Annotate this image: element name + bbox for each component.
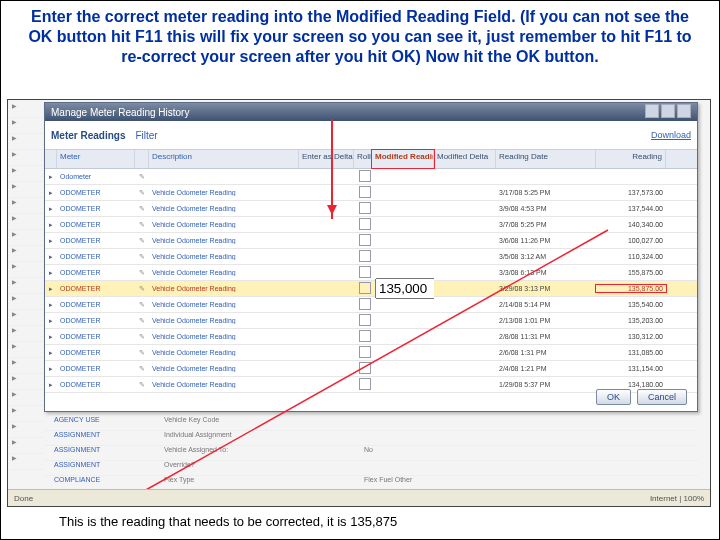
table-row[interactable]: ▸ODOMETER✎Vehicle Odometer Reading2/6/08…: [45, 345, 697, 361]
edit-icon[interactable]: ✎: [135, 205, 149, 213]
table-row[interactable]: ▸Odometer✎: [45, 169, 697, 185]
table-row[interactable]: ▸ODOMETER✎Vehicle Odometer Reading2/4/08…: [45, 361, 697, 377]
table-row[interactable]: ▸ODOMETER✎Vehicle Odometer Reading3/3/08…: [45, 265, 697, 281]
edit-icon[interactable]: ✎: [135, 221, 149, 229]
expand-icon[interactable]: ▸: [45, 237, 57, 245]
edit-icon[interactable]: ✎: [135, 189, 149, 197]
rollover-checkbox[interactable]: [359, 202, 371, 214]
cell-description: Vehicle Odometer Reading: [149, 253, 299, 260]
filter-label[interactable]: Filter: [135, 130, 157, 141]
table-row[interactable]: ▸ODOMETER✎Vehicle Odometer Reading3/5/08…: [45, 249, 697, 265]
expand-icon[interactable]: ▸: [45, 269, 57, 277]
cell-reading: 135,203.00: [596, 317, 666, 324]
instruction-heading: Enter the correct meter reading into the…: [1, 1, 719, 73]
modified-reading-input[interactable]: [375, 278, 434, 299]
cell-description: Vehicle Odometer Reading: [149, 333, 299, 340]
bg-row: AGENCY USEVehicle Key Code: [44, 416, 698, 431]
cell-reading-date: 1/29/08 5:37 PM: [496, 381, 596, 388]
expand-icon[interactable]: ▸: [45, 221, 57, 229]
rollover-checkbox[interactable]: [359, 378, 371, 390]
cell-description: Vehicle Odometer Reading: [149, 349, 299, 356]
col-enter-delta[interactable]: Enter as Delta?: [299, 150, 354, 168]
cell-meter: ODOMETER: [57, 253, 135, 260]
table-row[interactable]: ▸ODOMETER✎Vehicle Odometer Reading2/8/08…: [45, 329, 697, 345]
expand-icon[interactable]: ▸: [45, 349, 57, 357]
col-modified-delta[interactable]: Modified Delta: [434, 150, 496, 168]
rollover-checkbox[interactable]: [359, 218, 371, 230]
bg-row: ASSIGNMENTOverride?: [44, 461, 698, 476]
edit-icon[interactable]: ✎: [135, 381, 149, 389]
rollover-checkbox[interactable]: [359, 186, 371, 198]
edit-icon[interactable]: ✎: [135, 285, 149, 293]
ok-button[interactable]: OK: [596, 389, 631, 405]
edit-icon[interactable]: ✎: [135, 365, 149, 373]
cell-description: Vehicle Odometer Reading: [149, 205, 299, 212]
edit-icon[interactable]: ✎: [135, 237, 149, 245]
table-row[interactable]: ▸ODOMETER✎Vehicle Odometer Reading3/9/08…: [45, 201, 697, 217]
cell-reading-date: 2/4/08 1:21 PM: [496, 365, 596, 372]
cell-modified-reading[interactable]: [372, 278, 434, 299]
screenshot-frame: ▶▶▶▶▶▶▶▶▶▶▶▶▶▶▶▶▶▶▶▶▶▶▶ Manage Meter Rea…: [7, 99, 711, 507]
expand-icon[interactable]: ▸: [45, 285, 57, 293]
col-reading-date[interactable]: Reading Date: [496, 150, 596, 168]
download-link[interactable]: Download: [651, 130, 691, 140]
col-meter[interactable]: Meter: [57, 150, 135, 168]
rollover-checkbox[interactable]: [359, 346, 371, 358]
expand-icon[interactable]: ▸: [45, 189, 57, 197]
expand-icon[interactable]: ▸: [45, 253, 57, 261]
cell-reading: 134,180.00: [596, 381, 666, 388]
cell-meter: ODOMETER: [57, 285, 135, 292]
edit-icon[interactable]: ✎: [135, 269, 149, 277]
edit-icon[interactable]: ✎: [135, 333, 149, 341]
annotation-arrow: [331, 119, 333, 219]
expand-icon[interactable]: ▸: [45, 381, 57, 389]
rollover-checkbox[interactable]: [359, 298, 371, 310]
window-buttons[interactable]: [643, 104, 691, 120]
table-row[interactable]: ▸ODOMETER✎Vehicle Odometer Reading3/17/0…: [45, 185, 697, 201]
cell-reading: 140,340.00: [596, 221, 666, 228]
cancel-button[interactable]: Cancel: [637, 389, 687, 405]
cell-reading-date: 3/17/08 5:25 PM: [496, 189, 596, 196]
callout-caption: This is the reading that needs to be cor…: [55, 512, 401, 531]
table-row[interactable]: ▸ODOMETER✎Vehicle Odometer Reading3/6/08…: [45, 233, 697, 249]
table-row[interactable]: ▸ODOMETER✎Vehicle Odometer Reading2/14/0…: [45, 297, 697, 313]
rollover-checkbox[interactable]: [359, 314, 371, 326]
rollover-checkbox[interactable]: [359, 266, 371, 278]
cell-reading-date: 3/5/08 3:12 AM: [496, 253, 596, 260]
rollover-checkbox[interactable]: [359, 250, 371, 262]
cell-meter: Odometer: [57, 173, 135, 180]
expand-icon[interactable]: ▸: [45, 205, 57, 213]
table-row[interactable]: ▸ODOMETER✎Vehicle Odometer Reading3/29/0…: [45, 281, 697, 297]
table-row[interactable]: ▸ODOMETER✎Vehicle Odometer Reading3/7/08…: [45, 217, 697, 233]
col-description[interactable]: Description: [149, 150, 299, 168]
cell-reading: 137,573.00: [596, 189, 666, 196]
cell-description: Vehicle Odometer Reading: [149, 381, 299, 388]
cell-meter: ODOMETER: [57, 333, 135, 340]
cell-description: Vehicle Odometer Reading: [149, 365, 299, 372]
edit-icon[interactable]: ✎: [135, 349, 149, 357]
expand-icon[interactable]: ▸: [45, 317, 57, 325]
cell-reading: 130,312.00: [596, 333, 666, 340]
rollover-checkbox[interactable]: [359, 362, 371, 374]
rollover-checkbox[interactable]: [359, 234, 371, 246]
rollover-checkbox[interactable]: [359, 282, 371, 294]
cell-description: Vehicle Odometer Reading: [149, 301, 299, 308]
cell-reading: 137,544.00: [596, 205, 666, 212]
expand-icon[interactable]: ▸: [45, 333, 57, 341]
edit-icon[interactable]: ✎: [135, 317, 149, 325]
cell-meter: ODOMETER: [57, 365, 135, 372]
table-row[interactable]: ▸ODOMETER✎Vehicle Odometer Reading2/13/0…: [45, 313, 697, 329]
rollover-checkbox[interactable]: [359, 330, 371, 342]
edit-icon[interactable]: ✎: [135, 253, 149, 261]
cell-reading-date: 3/6/08 11:26 PM: [496, 237, 596, 244]
expand-icon[interactable]: ▸: [45, 365, 57, 373]
edit-icon[interactable]: ✎: [135, 301, 149, 309]
col-rollover[interactable]: Rollover: [354, 150, 372, 168]
expand-icon[interactable]: ▸: [45, 301, 57, 309]
col-reading[interactable]: Reading: [596, 150, 666, 168]
expand-icon[interactable]: ▸: [45, 173, 57, 181]
rollover-checkbox[interactable]: [359, 170, 371, 182]
col-modified-reading[interactable]: Modified Reading: [372, 150, 434, 168]
edit-icon[interactable]: ✎: [135, 173, 149, 181]
cell-reading: 131,154.00: [596, 365, 666, 372]
